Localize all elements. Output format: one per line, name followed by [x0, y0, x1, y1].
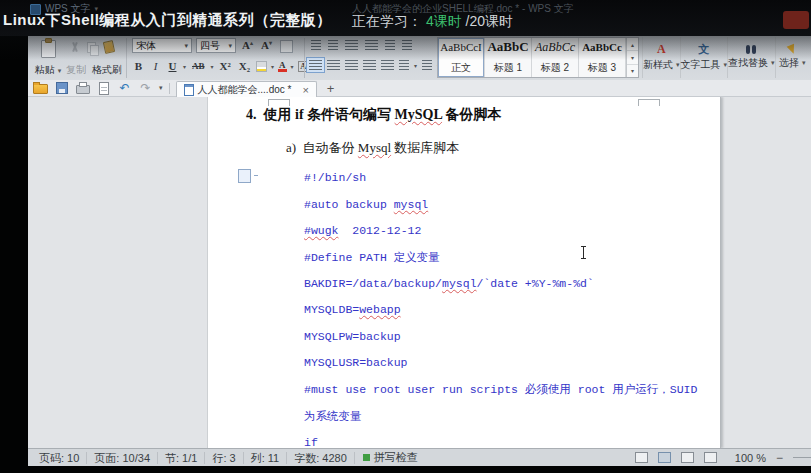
copy-icon[interactable]	[87, 42, 96, 53]
print-preview-button[interactable]	[96, 81, 111, 95]
grow-font-button[interactable]: A▴	[242, 39, 253, 51]
style-item-3[interactable]: AaBbCc标题 2	[532, 38, 579, 77]
scroll-up-icon[interactable]: ▴	[627, 38, 638, 51]
spellcheck-indicator	[363, 454, 370, 461]
new-tab-button[interactable]: +	[327, 81, 335, 96]
font-size-select[interactable]: 四号 ▾	[196, 38, 236, 53]
document-line-1: a) 自动备份 Mysql 数据库脚本	[286, 139, 459, 157]
format-painter-button[interactable]: 格式刷	[92, 63, 122, 77]
comment-marker-icon[interactable]	[238, 169, 251, 183]
align-center-icon[interactable]	[327, 60, 340, 70]
shrink-font-button[interactable]: A▾	[261, 39, 272, 51]
spellcheck-status[interactable]: 拼写检查	[355, 450, 426, 465]
gallery-more-icon[interactable]: ▾	[627, 65, 638, 77]
learning-current: 4课时	[426, 13, 462, 29]
redo-button[interactable]: ↷	[138, 81, 153, 95]
redo-dropdown-icon[interactable]: ▾	[159, 84, 163, 92]
find-replace-button[interactable]: 查找替换▾	[727, 37, 775, 78]
learning-progress: 正在学习： 4课时 /20课时	[352, 13, 513, 31]
format-bold-button[interactable]: B	[132, 59, 145, 73]
decrease-indent-icon[interactable]	[345, 40, 358, 50]
style-item-4[interactable]: AaBbCc标题 3	[579, 38, 626, 77]
undo-button[interactable]: ↶	[117, 81, 132, 95]
spellcheck-label: 拼写检查	[374, 450, 418, 465]
fontcolor-icon[interactable]: A	[278, 61, 287, 72]
format-subscript-button[interactable]: X₂	[237, 59, 252, 73]
clear-format-button[interactable]	[280, 40, 293, 53]
document-line-7: MYSQLDB=webapp	[304, 303, 401, 316]
format-superscript-button[interactable]: X²	[218, 59, 233, 73]
shading-icon[interactable]	[422, 60, 432, 70]
status-item-5: 字数: 4280	[287, 452, 355, 464]
comment-marker-dash	[254, 175, 258, 176]
text-tools-button[interactable]: 文文字工具▾	[680, 37, 728, 78]
overlay-corner-button[interactable]	[783, 11, 809, 29]
document-page[interactable]: 4. 使用 if 条件语句编写 MySQL 备份脚本a) 自动备份 Mysql …	[207, 97, 721, 448]
line-spacing-icon[interactable]	[399, 60, 409, 70]
chevron-down-icon: ▾	[802, 59, 806, 67]
close-tab-icon[interactable]: ×	[302, 85, 308, 95]
document-tab[interactable]: 人人都能学会....doc * ×	[176, 81, 317, 97]
bullets-icon[interactable]	[311, 40, 321, 50]
document-line-11: 为系统变量	[304, 409, 362, 424]
format-italic-button[interactable]: I	[149, 59, 162, 73]
web-view-icon[interactable]	[704, 452, 717, 463]
highlight-icon[interactable]	[256, 61, 267, 72]
ribbon: 粘贴 ▾ 复制 格式刷 宋体 ▾ 四号 ▾ A▴	[28, 36, 811, 81]
paste-button[interactable]: 粘贴 ▾	[32, 38, 64, 78]
video-frame: 粘贴 ▾ 复制 格式刷 宋体 ▾ 四号 ▾ A▴	[0, 0, 811, 473]
open-button[interactable]	[33, 81, 48, 95]
format-painter-icon[interactable]	[103, 40, 115, 54]
tool-label: 选择	[779, 56, 799, 70]
new-style-icon: A	[657, 43, 666, 56]
new-style-button[interactable]: A新样式▾	[642, 37, 680, 78]
document-line-4: #wugk 2012-12-12	[304, 224, 421, 237]
paragraph-group: ▾ ▾	[304, 38, 435, 78]
scroll-down-icon[interactable]: ▾	[627, 51, 638, 64]
format-underline-button[interactable]: U	[166, 59, 179, 73]
document-line-9: MYSQLUSR=backup	[304, 356, 408, 369]
styles-gallery-scroll[interactable]: ▴ ▾ ▾	[626, 38, 638, 77]
save-button[interactable]	[54, 81, 69, 95]
find-replace-icon	[746, 45, 750, 54]
folder-icon	[33, 84, 48, 94]
justify-icon[interactable]	[363, 60, 376, 70]
styles-gallery: AaBbCcI正文AaBbC标题 1AaBbCc标题 2AaBbCc标题 3 ▴…	[437, 37, 639, 78]
chevron-down-icon: ▾	[291, 63, 294, 70]
document-workspace[interactable]: 4. 使用 if 条件语句编写 MySQL 备份脚本a) 自动备份 Mysql …	[28, 97, 811, 448]
font-size-value: 四号	[200, 39, 220, 53]
statusbar-left: 页码: 10页面: 10/34节: 1/1行: 3列: 11字数: 4280	[32, 452, 355, 464]
zoom-slider[interactable]	[793, 457, 811, 458]
text-tools-icon: 文	[698, 43, 709, 56]
align-right-icon[interactable]	[345, 60, 358, 70]
cut-icon[interactable]	[70, 42, 79, 52]
numbering-icon[interactable]	[328, 40, 338, 50]
copy-button[interactable]: 复制	[66, 63, 86, 77]
align-left-icon[interactable]	[309, 60, 322, 70]
format-buttons: BIU▾AB▾X²X₂▾A▾A▾	[132, 59, 316, 73]
font-name-select[interactable]: 宋体 ▾	[132, 38, 192, 53]
select-icon	[787, 44, 798, 55]
document-line-5: #Define PATH 定义变量	[304, 250, 440, 265]
select-button[interactable]: 选择▾	[775, 37, 809, 78]
style-item-2[interactable]: AaBbC标题 1	[485, 38, 532, 77]
status-item-3: 行: 3	[205, 452, 243, 464]
distribute-icon[interactable]	[381, 60, 394, 70]
outline-view-icon[interactable]	[681, 452, 694, 463]
print-button[interactable]	[75, 81, 90, 95]
page-view-icon[interactable]	[658, 452, 671, 463]
chevron-down-icon: ▾	[184, 42, 188, 50]
show-marks-icon[interactable]	[402, 40, 412, 50]
zoom-out-button[interactable]: −	[776, 451, 783, 465]
chevron-down-icon[interactable]: ▾	[414, 62, 417, 69]
style-item-1[interactable]: AaBbCcI正文	[438, 38, 485, 77]
sort-icon[interactable]	[385, 40, 395, 50]
styles-gallery-items: AaBbCcI正文AaBbC标题 1AaBbCc标题 2AaBbCc标题 3	[438, 38, 626, 77]
format-strikethrough-button[interactable]: AB	[190, 60, 207, 72]
font-name-value: 宋体	[136, 39, 156, 53]
fullscreen-view-icon[interactable]	[635, 452, 648, 463]
preview-icon	[99, 82, 109, 95]
document-line-3: #auto backup mysql	[304, 198, 428, 211]
increase-indent-icon[interactable]	[365, 40, 378, 50]
clipboard-group: 粘贴 ▾ 复制 格式刷	[30, 38, 124, 78]
